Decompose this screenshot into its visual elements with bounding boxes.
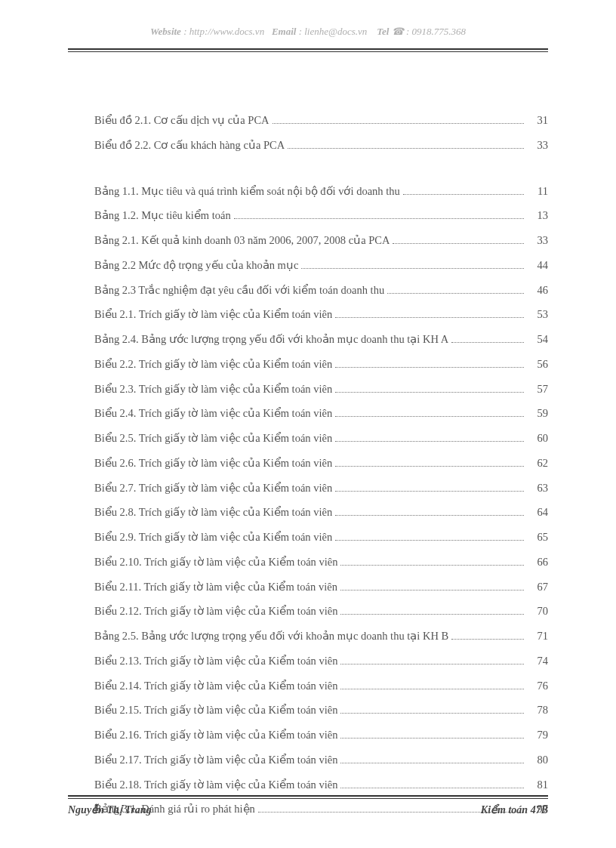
toc-leader-dots bbox=[335, 392, 524, 393]
footer-author: Nguyễn Thị Trang bbox=[68, 803, 152, 816]
toc-entry: Biểu 2.7. Trích giấy tờ làm việc của Kiể… bbox=[94, 480, 548, 497]
toc-entry-text: Biểu 2.14. Trích giấy tờ làm việc của Ki… bbox=[94, 678, 337, 695]
toc-leader-dots bbox=[387, 293, 524, 294]
toc-entry: Bảng 2.2 Mức độ trọng yếu của khoản mục4… bbox=[94, 257, 548, 274]
toc-entry-page: 53 bbox=[527, 307, 548, 323]
toc-entry-page: 74 bbox=[527, 653, 548, 670]
toc-entry-page: 46 bbox=[527, 282, 548, 299]
toc-entry-page: 59 bbox=[527, 405, 548, 422]
toc-entry-page: 78 bbox=[527, 702, 548, 719]
toc-leader-dots bbox=[335, 466, 524, 467]
toc-entry-text: Biểu 2.15. Trích giấy tờ làm việc của Ki… bbox=[94, 702, 337, 719]
toc-entry: Biểu 2.10. Trích giấy tờ làm việc của Ki… bbox=[94, 554, 548, 571]
website-label: Website bbox=[150, 26, 181, 37]
toc-entry-text: Biểu 2.9. Trích giấy tờ làm việc của Kiể… bbox=[94, 529, 332, 546]
toc-leader-dots bbox=[451, 342, 524, 343]
toc-entry: Biểu 2.12. Trích giấy tờ làm việc của Ki… bbox=[94, 603, 548, 620]
toc-entry-page: 33 bbox=[527, 137, 548, 154]
toc-entry-text: Biểu 2.11. Trích giấy tờ làm việc của Ki… bbox=[94, 579, 337, 596]
toc-entry-text: Bảng 2.5. Bảng ước lượng trọng yếu đối v… bbox=[94, 628, 448, 645]
toc-entry-page: 44 bbox=[527, 257, 548, 274]
toc-entry-text: Biểu đồ 2.1. Cơ cấu dịch vụ của PCA bbox=[94, 113, 270, 129]
toc-entry-text: Biểu 2.12. Trích giấy tờ làm việc của Ki… bbox=[94, 603, 337, 620]
toc-leader-dots bbox=[335, 367, 524, 368]
toc-entry-page: 79 bbox=[527, 727, 548, 744]
tel-label: Tel bbox=[377, 26, 389, 37]
toc-entry: Bảng 2.4. Bảng ước lượng trọng yếu đối v… bbox=[94, 331, 548, 348]
toc-entry: Biểu 2.14. Trích giấy tờ làm việc của Ki… bbox=[94, 678, 548, 695]
toc-entry-page: 13 bbox=[527, 208, 548, 224]
tel-value: : 0918.775.368 bbox=[406, 26, 466, 37]
toc-entry: Biểu 2.4. Trích giấy tờ làm việc của Kiể… bbox=[94, 405, 548, 422]
toc-leader-dots bbox=[335, 515, 524, 516]
toc-entry-text: Biểu 2.18. Trích giấy tờ làm việc của Ki… bbox=[94, 777, 337, 794]
toc-leader-dots bbox=[340, 788, 524, 788]
toc-leader-dots bbox=[335, 441, 524, 442]
toc-leader-dots bbox=[451, 639, 524, 640]
toc-leader-dots bbox=[340, 565, 524, 566]
toc-entry-page: 56 bbox=[527, 356, 548, 373]
toc-entry: Bảng 1.2. Mục tiêu kiểm toán13 bbox=[94, 208, 548, 224]
toc-entry-page: 63 bbox=[527, 480, 548, 497]
toc-entry: Biểu 2.1. Trích giấy tờ làm việc của Kiể… bbox=[94, 307, 548, 323]
toc-entry: Biểu 2.16. Trích giấy tờ làm việc của Ki… bbox=[94, 727, 548, 744]
toc-section-gap bbox=[94, 162, 548, 183]
toc-leader-dots bbox=[335, 540, 524, 541]
toc-entry: Biểu 2.17. Trích giấy tờ làm việc của Ki… bbox=[94, 752, 548, 769]
toc-entry: Biểu đồ 2.2. Cơ cấu khách hàng của PCA33 bbox=[94, 137, 548, 154]
toc-entry-text: Biểu 2.1. Trích giấy tờ làm việc của Kiể… bbox=[94, 307, 332, 323]
toc-entry: Biểu 2.2. Trích giấy tờ làm việc của Kiể… bbox=[94, 356, 548, 373]
page-header: Website : http://www.docs.vn Email : lie… bbox=[0, 0, 616, 44]
toc-entry-text: Bảng 2.3 Trắc nghiệm đạt yêu cầu đối với… bbox=[94, 282, 384, 299]
toc-entry-text: Biểu 2.3. Trích giấy tờ làm việc của Kiể… bbox=[94, 381, 332, 398]
toc-entry: Biểu 2.15. Trích giấy tờ làm việc của Ki… bbox=[94, 702, 548, 719]
toc-entry-page: 81 bbox=[527, 777, 548, 794]
footer-class: Kiểm toán 47B bbox=[481, 803, 548, 816]
toc-entry-text: Biểu 2.13. Trích giấy tờ làm việc của Ki… bbox=[94, 653, 337, 670]
toc-entry-page: 71 bbox=[527, 628, 548, 645]
toc-leader-dots bbox=[340, 614, 524, 615]
toc-entry: Biểu đồ 2.1. Cơ cấu dịch vụ của PCA31 bbox=[94, 113, 548, 129]
footer-divider bbox=[68, 795, 548, 799]
toc-leader-dots bbox=[273, 123, 524, 124]
toc-leader-dots bbox=[403, 194, 524, 195]
email-value: : lienhe@docs.vn bbox=[299, 26, 368, 37]
toc-leader-dots bbox=[340, 738, 524, 739]
toc-entry-text: Biểu 2.4. Trích giấy tờ làm việc của Kiể… bbox=[94, 405, 332, 422]
page-footer: Nguyễn Thị Trang Kiểm toán 47B bbox=[68, 795, 548, 816]
toc-entry: Biểu 2.6. Trích giấy tờ làm việc của Kiể… bbox=[94, 455, 548, 472]
toc-entry-page: 54 bbox=[527, 331, 548, 348]
phone-icon: ☎ bbox=[392, 26, 404, 37]
toc-leader-dots bbox=[335, 491, 524, 492]
toc-entry-page: 33 bbox=[527, 233, 548, 249]
toc-entry: Bảng 2.1. Kết quả kinh doanh 03 năm 2006… bbox=[94, 233, 548, 249]
toc-leader-dots bbox=[288, 148, 524, 149]
toc-entry-page: 70 bbox=[527, 603, 548, 620]
toc-leader-dots bbox=[234, 218, 524, 219]
toc-entry-text: Bảng 2.4. Bảng ước lượng trọng yếu đối v… bbox=[94, 331, 448, 348]
toc-entry-text: Biểu 2.2. Trích giấy tờ làm việc của Kiể… bbox=[94, 356, 332, 373]
toc-entry-page: 66 bbox=[527, 554, 548, 571]
toc-entry: Biểu 2.5. Trích giấy tờ làm việc của Kiể… bbox=[94, 430, 548, 447]
email-label: Email bbox=[272, 26, 297, 37]
toc-entry-text: Biểu 2.5. Trích giấy tờ làm việc của Kiể… bbox=[94, 430, 332, 447]
toc-entry-page: 80 bbox=[527, 752, 548, 769]
toc-entry: Biểu 2.3. Trích giấy tờ làm việc của Kiể… bbox=[94, 381, 548, 398]
toc-entry: Bảng 1.1. Mục tiêu và quá trình kiểm soá… bbox=[94, 183, 548, 200]
toc-content: Biểu đồ 2.1. Cơ cấu dịch vụ của PCA31Biể… bbox=[0, 52, 616, 848]
toc-entry-page: 57 bbox=[527, 381, 548, 398]
toc-entry: Bảng 2.3 Trắc nghiệm đạt yêu cầu đối với… bbox=[94, 282, 548, 299]
toc-entry-text: Bảng 1.2. Mục tiêu kiểm toán bbox=[94, 208, 231, 224]
toc-entry-text: Bảng 2.1. Kết quả kinh doanh 03 năm 2006… bbox=[94, 233, 390, 249]
toc-entry: Biểu 2.18. Trích giấy tờ làm việc của Ki… bbox=[94, 777, 548, 794]
toc-entry: Biểu 2.11. Trích giấy tờ làm việc của Ki… bbox=[94, 579, 548, 596]
toc-entry: Bảng 2.5. Bảng ước lượng trọng yếu đối v… bbox=[94, 628, 548, 645]
toc-entry-text: Biểu 2.16. Trích giấy tờ làm việc của Ki… bbox=[94, 727, 337, 744]
toc-leader-dots bbox=[340, 713, 524, 714]
toc-entry: Biểu 2.13. Trích giấy tờ làm việc của Ki… bbox=[94, 653, 548, 670]
toc-leader-dots bbox=[340, 763, 524, 763]
toc-leader-dots bbox=[340, 689, 524, 689]
toc-entry-page: 11 bbox=[527, 183, 548, 200]
toc-entry-text: Bảng 1.1. Mục tiêu và quá trình kiểm soá… bbox=[94, 183, 400, 200]
toc-entry-page: 62 bbox=[527, 455, 548, 472]
